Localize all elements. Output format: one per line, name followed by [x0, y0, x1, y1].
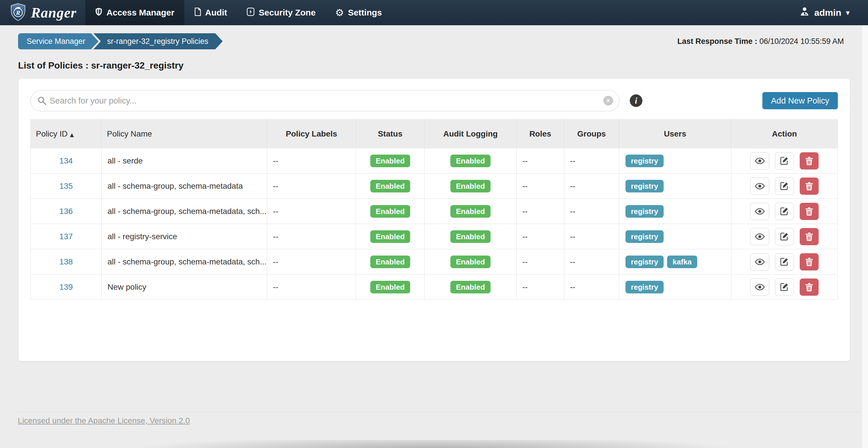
clear-search-icon[interactable]: ×	[603, 96, 613, 106]
table-row: 134 all - serde -- Enabled Enabled -- --…	[31, 148, 838, 174]
search-wrap: ×	[30, 90, 619, 111]
nav-security-zone[interactable]: Security Zone	[237, 0, 325, 25]
search-input[interactable]	[30, 90, 619, 111]
policy-id-link[interactable]: 134	[59, 156, 73, 165]
user-icon	[799, 6, 810, 19]
policy-name-cell: all - schema-group, schema-metadata, sch…	[102, 199, 267, 224]
edit-policy-button[interactable]	[775, 152, 794, 170]
policy-labels-cell: --	[267, 148, 355, 174]
roles-cell: --	[516, 148, 564, 174]
user-badge: registry	[625, 205, 663, 218]
policy-id-link[interactable]: 135	[59, 181, 73, 191]
users-cell: registrykafka	[619, 249, 731, 274]
groups-cell: --	[564, 274, 619, 300]
policy-id-link[interactable]: 137	[59, 232, 73, 241]
user-menu[interactable]: admin ▾	[799, 0, 868, 25]
groups-cell: --	[564, 199, 619, 224]
roles-cell: --	[516, 199, 564, 224]
col-policy-name[interactable]: Policy Name	[102, 119, 267, 148]
roles-cell: --	[516, 224, 564, 249]
user-badge: registry	[625, 154, 663, 167]
breadcrumb-service-manager[interactable]: Service Manager	[18, 33, 98, 49]
delete-policy-button[interactable]	[800, 278, 818, 296]
delete-policy-button[interactable]	[800, 253, 818, 271]
edit-policy-button[interactable]	[775, 228, 794, 245]
audit-badge: Enabled	[451, 255, 490, 268]
view-policy-button[interactable]	[750, 228, 769, 245]
nav-item-label: Settings	[348, 8, 382, 18]
view-policy-button[interactable]	[750, 152, 769, 170]
col-groups: Groups	[564, 119, 619, 148]
roles-cell: --	[516, 274, 564, 300]
edit-policy-button[interactable]	[775, 278, 794, 296]
user-name: admin	[814, 7, 841, 18]
status-badge: Enabled	[370, 154, 410, 167]
policy-name-cell: all - registry-service	[102, 224, 267, 249]
policy-labels-cell: --	[267, 199, 355, 224]
last-response-time: Last Response Time : 06/10/2024 10:55:59…	[677, 37, 844, 46]
delete-policy-button[interactable]	[800, 203, 818, 220]
delete-policy-button[interactable]	[800, 152, 818, 170]
groups-cell: --	[564, 224, 619, 249]
policy-labels-cell: --	[267, 249, 355, 274]
search-icon	[37, 96, 47, 107]
policy-table-body: 134 all - serde -- Enabled Enabled -- --…	[31, 148, 838, 300]
nav-settings[interactable]: ⚙ Settings	[326, 0, 392, 25]
edit-policy-button[interactable]	[775, 177, 794, 195]
audit-badge: Enabled	[451, 230, 490, 243]
gear-icon: ⚙	[335, 8, 344, 18]
nav-item-label: Access Manager	[106, 8, 175, 18]
delete-policy-button[interactable]	[800, 228, 818, 245]
status-badge: Enabled	[370, 205, 410, 218]
table-header-row: Policy ID▲ Policy Name Policy Labels Sta…	[31, 119, 838, 148]
bottom-shadow	[0, 440, 868, 448]
nav-item-label: Audit	[205, 8, 227, 18]
users-cell: registry	[619, 274, 731, 300]
ranger-brand[interactable]: R Ranger	[0, 0, 85, 25]
col-users: Users	[619, 119, 731, 148]
table-row: 138 all - schema-group, schema-metadata,…	[31, 249, 838, 274]
col-roles: Roles	[516, 119, 564, 148]
view-policy-button[interactable]	[750, 177, 769, 195]
policy-id-link[interactable]: 138	[59, 257, 73, 266]
roles-cell: --	[516, 174, 564, 199]
breadcrumb-current-policies: sr-ranger-32_registry Policies	[93, 33, 223, 49]
sort-asc-icon: ▲	[70, 132, 74, 138]
nav-access-manager[interactable]: Access Manager	[85, 0, 184, 25]
document-icon	[194, 7, 201, 18]
view-policy-button[interactable]	[750, 278, 769, 296]
col-policy-id[interactable]: Policy ID▲	[31, 119, 102, 148]
status-badge: Enabled	[370, 230, 410, 243]
add-new-policy-button[interactable]: Add New Policy	[763, 92, 838, 109]
groups-cell: --	[564, 249, 619, 274]
view-policy-button[interactable]	[750, 203, 769, 220]
info-icon[interactable]: i	[630, 94, 642, 107]
scrollbar-track[interactable]	[862, 25, 868, 448]
nav-audit[interactable]: Audit	[184, 0, 237, 25]
policy-name-cell: all - schema-group, schema-metadata, sch…	[102, 249, 267, 274]
col-audit-logging: Audit Logging	[425, 119, 517, 148]
view-policy-button[interactable]	[750, 253, 769, 271]
footer: Licensed under the Apache License, Versi…	[0, 412, 868, 425]
policies-table: Policy ID▲ Policy Name Policy Labels Sta…	[30, 119, 838, 300]
audit-badge: Enabled	[451, 180, 490, 193]
page-title: List of Policies : sr-ranger-32_registry	[18, 60, 850, 71]
policy-id-link[interactable]: 136	[59, 207, 73, 216]
policy-id-link[interactable]: 139	[59, 282, 73, 291]
license-link[interactable]: Licensed under the Apache License, Versi…	[18, 416, 190, 425]
users-cell: registry	[619, 199, 731, 224]
edit-policy-button[interactable]	[775, 203, 794, 220]
status-badge: Enabled	[370, 180, 410, 193]
table-row: 136 all - schema-group, schema-metadata,…	[31, 199, 838, 224]
user-badge: registry	[625, 281, 663, 294]
edit-policy-button[interactable]	[775, 253, 794, 271]
top-navbar: R Ranger Access Manager Audit Security Z…	[0, 0, 868, 25]
zone-bolt-icon	[247, 7, 255, 18]
shield-icon	[95, 7, 102, 18]
audit-badge: Enabled	[451, 205, 490, 218]
roles-cell: --	[516, 249, 564, 274]
table-row: 135 all - schema-group, schema-metadata …	[31, 174, 838, 199]
groups-cell: --	[564, 174, 619, 199]
delete-policy-button[interactable]	[800, 177, 818, 195]
nav-item-label: Security Zone	[259, 8, 315, 18]
